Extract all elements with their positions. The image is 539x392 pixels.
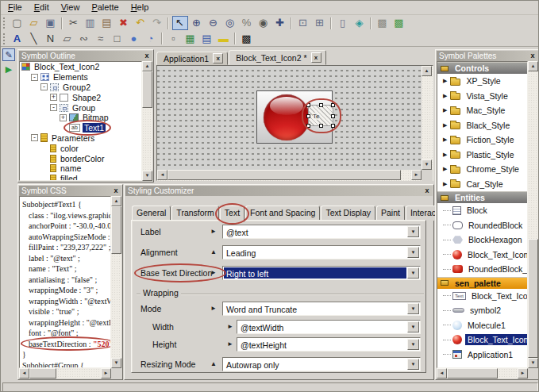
dropdown-arrow-icon[interactable]: ▼	[407, 267, 419, 279]
dropdown-arrow-icon[interactable]: ▼	[407, 359, 419, 370]
polygon-tool-icon[interactable]: ▱	[60, 32, 75, 46]
new-document-icon[interactable]: ▢	[10, 16, 25, 30]
scroll-down-icon[interactable]: ▼	[528, 358, 538, 368]
scroll-thumb[interactable]	[29, 368, 56, 379]
palette-section-controls[interactable]: Controls	[437, 62, 527, 74]
palette-item-blockhexagon[interactable]: BlockHexagon	[437, 233, 527, 248]
css-source-view[interactable]: Subobject#Text1 {class : "ilog.views.gra…	[19, 196, 111, 368]
send-to-back-icon[interactable]: ▩	[391, 16, 407, 30]
expander-arrow-icon[interactable]: ▶	[443, 78, 447, 84]
palette-item-mac-style[interactable]: ▶Mac_Style	[437, 103, 527, 118]
outline-vertical-scrollbar[interactable]: ▲ ▼	[142, 61, 152, 181]
palette-vertical-scrollbar[interactable]: ▲ ▼	[528, 61, 538, 368]
scroll-up-icon[interactable]: ▲	[142, 61, 152, 71]
expand-arrow-up-icon[interactable]: ▲	[210, 360, 217, 367]
dropdown-arrow-icon[interactable]: ▼	[407, 303, 419, 314]
tree-item-elements[interactable]: -Elements	[20, 72, 141, 83]
expander-plus-icon[interactable]: +	[50, 94, 57, 101]
menu-file[interactable]: File	[2, 1, 29, 13]
selected-text-element[interactable]: Te	[308, 105, 333, 126]
undo-icon[interactable]: ↶	[133, 16, 148, 30]
combo-label[interactable]: @text▼	[222, 225, 421, 239]
expander-arrow-icon[interactable]: ▶	[443, 107, 447, 113]
tab-text-display[interactable]: Text Display	[321, 206, 375, 221]
expander-arrow-icon[interactable]: ▶	[443, 181, 447, 187]
paste-icon[interactable]: ▤	[99, 16, 115, 30]
expander-arrow-icon[interactable]: ▶	[443, 122, 447, 129]
point-tool-icon[interactable]: ▫	[166, 32, 182, 46]
expand-arrow-right-icon[interactable]: ►	[210, 228, 217, 235]
stack-tool-icon[interactable]: ▤	[199, 32, 215, 46]
scroll-down-icon[interactable]: ▼	[422, 159, 432, 170]
scroll-down-icon[interactable]: ▼	[111, 358, 121, 368]
redo-icon[interactable]: ↷	[149, 16, 165, 30]
scroll-up-icon[interactable]: ▲	[422, 66, 432, 76]
close-tab-icon[interactable]: x	[213, 53, 223, 63]
tree-item-parameters[interactable]: -Parameters	[20, 133, 141, 144]
combo-width[interactable]: @textWidth▼	[237, 320, 421, 334]
canvas-vertical-scrollbar[interactable]: ▲ ▼	[422, 66, 433, 170]
tree-item-text1[interactable]: abText1	[20, 123, 141, 133]
expand-arrow-right-icon[interactable]: ►	[210, 269, 217, 276]
close-icon[interactable]: x	[422, 186, 432, 195]
palette-item-roundedblock[interactable]: RoundedBlock	[437, 218, 527, 233]
palette-item-block-text-icon[interactable]: Block_Text_Icon	[437, 248, 527, 263]
palette-item-block-text-icon[interactable]: TextBlock_Text_Icon	[437, 289, 527, 304]
expander-arrow-icon[interactable]: ▶	[443, 166, 447, 172]
open-spline-tool-icon[interactable]: ≈	[93, 32, 109, 46]
dropdown-arrow-icon[interactable]: ▼	[407, 226, 419, 237]
arc-tool-icon[interactable]: ◔	[143, 32, 159, 46]
ellipse-tool-icon[interactable]: ●	[126, 32, 142, 46]
tree-item-filled[interactable]: filled	[20, 174, 141, 181]
run-mode-icon[interactable]: ▶	[2, 63, 15, 76]
tree-item-bordercolor[interactable]: borderColor	[20, 153, 141, 163]
dropdown-arrow-icon[interactable]: ▼	[407, 339, 419, 350]
red-sphere-graphic[interactable]	[264, 94, 310, 140]
expand-arrow-right-icon[interactable]: ►	[227, 340, 233, 348]
copy-icon[interactable]: ▥	[83, 16, 98, 30]
palette-item-roundedblock-text[interactable]: RoundedBlock_Text	[437, 262, 527, 277]
expander-minus-icon[interactable]: -	[50, 104, 57, 111]
tab-general[interactable]: General	[132, 206, 171, 221]
order-tool-icon[interactable]: ▩	[239, 32, 255, 46]
expand-arrow-right-icon[interactable]: ►	[227, 323, 233, 330]
combo-height[interactable]: @textHeight▼	[237, 337, 421, 352]
tree-item-group[interactable]: -Group	[20, 102, 141, 113]
closed-spline-tool-icon[interactable]: ∾	[76, 32, 92, 46]
toolbar-grip[interactable]	[2, 17, 6, 29]
tab-font-and-spacing[interactable]: Font and Spacing	[245, 206, 320, 221]
palette-section-entities[interactable]: Entities	[437, 191, 527, 203]
delete-icon[interactable]: ✖	[116, 16, 132, 30]
combo-alignment[interactable]: Leading▼	[222, 245, 421, 259]
zoom-out-icon[interactable]: ⊖	[206, 16, 221, 30]
scroll-thumb[interactable]	[142, 71, 152, 108]
css-vertical-scrollbar[interactable]: ▲ ▼	[111, 196, 121, 368]
close-icon[interactable]: x	[142, 51, 152, 60]
scroll-up-icon[interactable]: ▲	[528, 61, 538, 71]
tab-transform[interactable]: Transform	[171, 206, 218, 221]
zoom-percent-icon[interactable]: %	[239, 16, 255, 30]
close-tab-icon[interactable]: x	[311, 52, 321, 63]
expander-arrow-icon[interactable]: ▶	[443, 152, 447, 158]
palette-item-block-text-icon2[interactable]: Block_Text_Icon2	[437, 332, 527, 348]
scroll-left-icon[interactable]: ◄	[19, 368, 29, 379]
tree-item-shape2[interactable]: +Shape2	[20, 92, 141, 102]
expand-arrow-up-icon[interactable]: ▲	[210, 248, 217, 256]
palette-item-plastic-style[interactable]: ▶Plastic_Style	[437, 148, 527, 163]
expander-arrow-icon[interactable]: ▶	[443, 136, 447, 143]
selection-handle[interactable]	[306, 114, 310, 118]
scroll-thumb[interactable]	[447, 368, 498, 379]
palette-section-sen-palette[interactable]: sen_palette	[437, 277, 527, 289]
snap-icon[interactable]: ◈	[352, 16, 368, 30]
scroll-right-icon[interactable]: ►	[518, 368, 528, 379]
select-arrow-icon[interactable]: ↖	[172, 16, 188, 30]
save-icon[interactable]: ▣	[43, 16, 59, 30]
palette-item-car-style[interactable]: ▶Car_Style	[437, 177, 527, 192]
palette-item-black-style[interactable]: ▶Black_Style	[437, 118, 527, 133]
selection-handle[interactable]	[306, 124, 310, 128]
combo-resizing-mode[interactable]: Autowrap only▼	[222, 357, 421, 371]
scroll-thumb[interactable]	[111, 206, 121, 254]
selection-handle[interactable]	[331, 103, 335, 107]
tree-item-bitmap[interactable]: +Bitmap	[20, 113, 141, 123]
open-folder-icon[interactable]: ▱	[26, 16, 42, 30]
